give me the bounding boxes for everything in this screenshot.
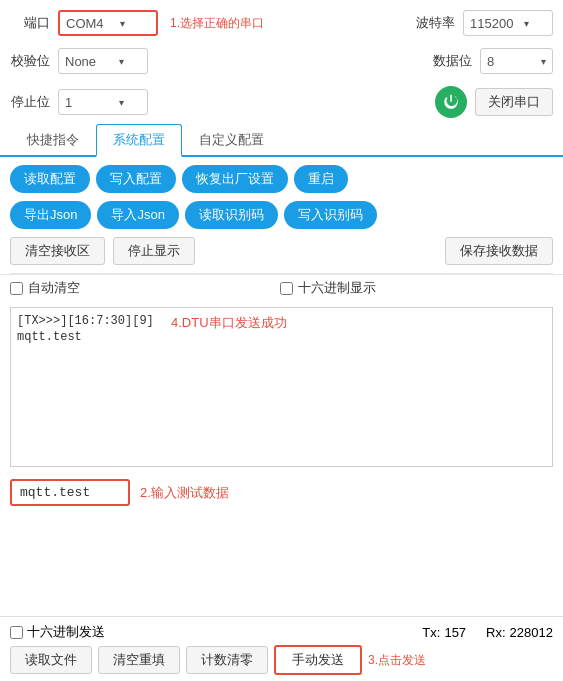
bottom-bar: 十六进制发送 Tx: 157 Rx: 228012 读取文件 清空重填 计数清零… bbox=[0, 616, 563, 681]
stop-bits-label: 停止位 bbox=[10, 93, 50, 111]
tx-label: Tx: bbox=[422, 625, 440, 640]
write-id-button[interactable]: 写入识别码 bbox=[284, 201, 377, 229]
action-buttons-row1: 读取配置 写入配置 恢复出厂设置 重启 bbox=[0, 157, 563, 201]
baud-arrow-icon: ▾ bbox=[524, 18, 529, 29]
terminal-line-2: mqtt.test bbox=[17, 330, 546, 344]
hex-send-checkbox[interactable] bbox=[10, 626, 23, 639]
stop-bits-select[interactable]: 1 ▾ bbox=[58, 89, 148, 115]
clear-fill-button[interactable]: 清空重填 bbox=[98, 646, 180, 674]
parity-value: None bbox=[65, 54, 115, 69]
save-receive-button[interactable]: 保存接收数据 bbox=[445, 237, 553, 265]
action-buttons-row3: 清空接收区 停止显示 保存接收数据 bbox=[0, 237, 563, 273]
data-bits-label: 数据位 bbox=[432, 52, 472, 70]
data-bits-arrow-icon: ▾ bbox=[541, 56, 546, 67]
restart-button[interactable]: 重启 bbox=[294, 165, 348, 193]
data-bits-select[interactable]: 8 ▾ bbox=[480, 48, 553, 74]
read-config-button[interactable]: 读取配置 bbox=[10, 165, 90, 193]
manual-send-button[interactable]: 手动发送 bbox=[274, 645, 362, 675]
baud-select[interactable]: 115200 ▾ bbox=[463, 10, 553, 36]
parity-select[interactable]: None ▾ bbox=[58, 48, 148, 74]
power-icon bbox=[442, 93, 460, 111]
port-label: 端口 bbox=[10, 14, 50, 32]
export-json-button[interactable]: 导出Json bbox=[10, 201, 91, 229]
restore-factory-button[interactable]: 恢复出厂设置 bbox=[182, 165, 288, 193]
send-input[interactable] bbox=[10, 479, 130, 506]
stop-bits-arrow-icon: ▾ bbox=[119, 97, 124, 108]
hex-send-label: 十六进制发送 bbox=[27, 623, 105, 641]
input-annotation: 2.输入测试数据 bbox=[140, 484, 229, 502]
port-value: COM4 bbox=[66, 16, 116, 31]
clear-receive-button[interactable]: 清空接收区 bbox=[10, 237, 105, 265]
auto-clear-checkbox[interactable] bbox=[10, 282, 23, 295]
tabs-row: 快捷指令 系统配置 自定义配置 bbox=[0, 124, 563, 157]
port-annotation: 1.选择正确的串口 bbox=[170, 15, 264, 32]
action-buttons-row2: 导出Json 导入Json 读取识别码 写入识别码 bbox=[0, 201, 563, 237]
send-annotation: 3.点击发送 bbox=[368, 652, 426, 669]
port-arrow-icon: ▾ bbox=[120, 18, 125, 29]
tab-system-config[interactable]: 系统配置 bbox=[96, 124, 182, 157]
parity-arrow-icon: ▾ bbox=[119, 56, 124, 67]
tab-custom-config[interactable]: 自定义配置 bbox=[182, 124, 281, 157]
stop-display-button[interactable]: 停止显示 bbox=[113, 237, 195, 265]
count-clear-button[interactable]: 计数清零 bbox=[186, 646, 268, 674]
rx-label: Rx: bbox=[486, 625, 506, 640]
parity-label: 校验位 bbox=[10, 52, 50, 70]
import-json-button[interactable]: 导入Json bbox=[97, 201, 178, 229]
hex-display-label: 十六进制显示 bbox=[298, 279, 376, 297]
checkbox-row: 自动清空 十六进制显示 bbox=[0, 274, 563, 301]
port-select[interactable]: COM4 ▾ bbox=[58, 10, 158, 36]
tx-value: 157 bbox=[444, 625, 466, 640]
read-file-button[interactable]: 读取文件 bbox=[10, 646, 92, 674]
data-bits-value: 8 bbox=[487, 54, 537, 69]
terminal-area: [TX>>>][16:7:30][9] mqtt.test 4.DTU串口发送成… bbox=[10, 307, 553, 467]
terminal-annotation: 4.DTU串口发送成功 bbox=[171, 314, 287, 332]
tab-quick-commands[interactable]: 快捷指令 bbox=[10, 124, 96, 157]
send-input-row: 2.输入测试数据 bbox=[0, 473, 563, 512]
stop-bits-value: 1 bbox=[65, 95, 115, 110]
baud-value: 115200 bbox=[470, 16, 520, 31]
rx-value: 228012 bbox=[510, 625, 553, 640]
write-config-button[interactable]: 写入配置 bbox=[96, 165, 176, 193]
baud-label: 波特率 bbox=[415, 14, 455, 32]
read-id-button[interactable]: 读取识别码 bbox=[185, 201, 278, 229]
power-button[interactable] bbox=[435, 86, 467, 118]
auto-clear-label: 自动清空 bbox=[28, 279, 80, 297]
hex-display-checkbox[interactable] bbox=[280, 282, 293, 295]
close-port-button[interactable]: 关闭串口 bbox=[475, 88, 553, 116]
